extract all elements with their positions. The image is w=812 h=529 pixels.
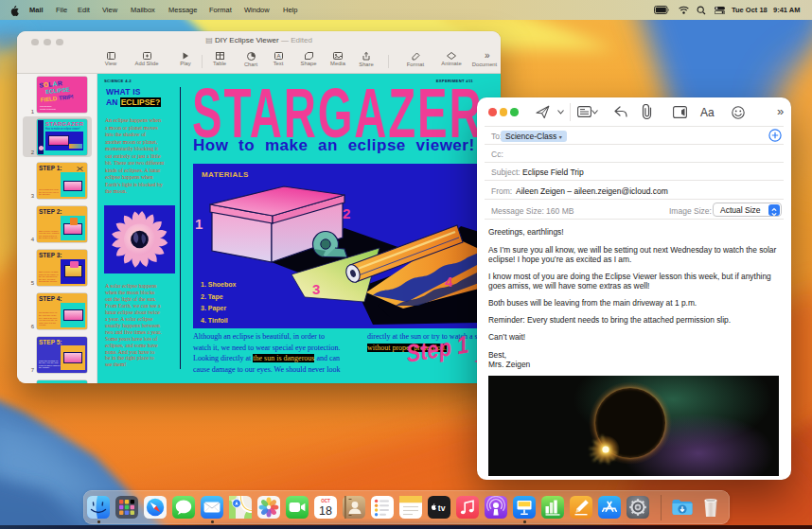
svg-text:OCT: OCT: [321, 499, 330, 503]
svg-text:A: A: [276, 53, 280, 59]
svg-text:18: 18: [319, 504, 332, 518]
svg-text:tv: tv: [438, 503, 446, 513]
